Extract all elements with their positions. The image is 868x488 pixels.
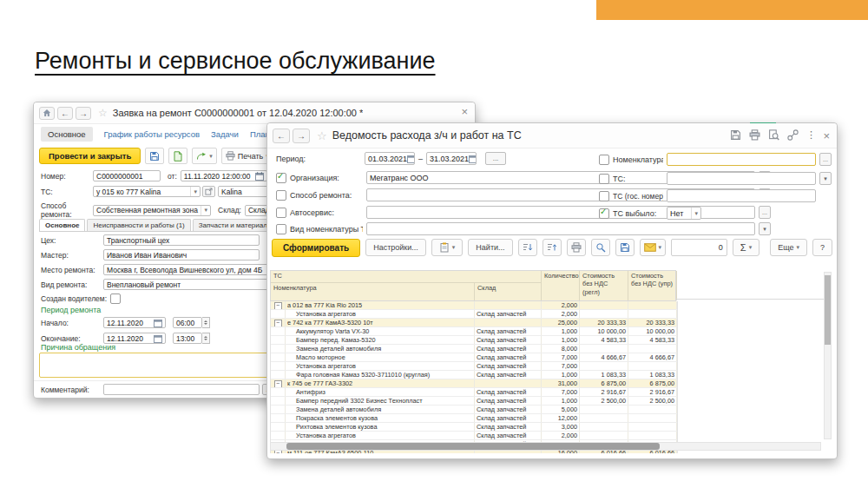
row-quantity-cell[interactable]: 2,000 [542,432,580,439]
row-expander-cell[interactable] [271,327,286,335]
settings-button[interactable]: Настройки... [365,239,426,256]
row-expander-cell[interactable] [271,371,286,379]
row-quantity-cell[interactable]: 1,000 [542,397,580,405]
header-ts[interactable]: ТС [271,271,542,283]
end-time-stepper[interactable] [202,333,210,344]
row-sklad-cell[interactable]: Склад запчастей [475,362,542,370]
row-sklad-cell[interactable]: Склад запчастей [475,336,542,344]
row-sklad-cell[interactable]: Склад запчастей [475,310,542,318]
number-field[interactable]: C0000000001 [93,170,161,181]
vehicle-retired-field[interactable]: Нет ▾ [667,207,701,220]
vehicle-number-field[interactable] [667,189,816,202]
vehicle-dropdown-button[interactable]: ▾ [819,172,832,185]
location-field[interactable]: Москва г, Всеволода Вишневского ул, дом … [103,264,273,275]
row-quantity-cell[interactable]: 1,000 [542,327,580,335]
save-report-button[interactable] [730,129,741,141]
table-row[interactable]: Замена деталей автомобиля Склад запчасте… [271,345,677,353]
table-row[interactable]: − к 745 ое 777 ГАЗ-3302 31,000 6 875,00 … [271,379,677,388]
print-table-button[interactable] [567,239,586,256]
row-cost-regl-cell[interactable] [580,345,628,353]
row-cost-upr-cell[interactable] [628,414,677,422]
preview-table-button[interactable] [591,239,610,256]
row-cost-upr-cell[interactable] [628,345,677,353]
row-expander-cell[interactable] [271,423,286,431]
row-quantity-cell[interactable]: 25,000 [542,319,580,326]
table-row[interactable]: Установка агрегатов Склад запчастей 7,00… [271,362,677,371]
row-sklad-cell[interactable]: Склад запчастей [475,327,542,335]
row-cost-upr-cell[interactable] [628,310,677,318]
row-cost-upr-cell[interactable] [628,406,677,413]
row-quantity-cell[interactable]: 5,000 [542,406,580,413]
period-to-field[interactable]: 31.03.2021 [426,152,477,165]
row-cost-regl-cell[interactable] [580,423,628,431]
sort-descending-button[interactable] [518,239,537,256]
forward-button[interactable]: → [76,107,91,120]
row-quantity-cell[interactable]: 31,000 [542,379,580,387]
header-cost-regl[interactable]: Стоимость без НДС (регл) [580,271,628,300]
row-expander-cell[interactable] [271,388,286,396]
row-cost-regl-cell[interactable] [580,310,628,318]
home-button[interactable] [39,107,55,120]
sort-ascending-button[interactable] [542,239,562,256]
nomenclature-type-field[interactable] [366,222,755,235]
table-row[interactable]: Фара головная Камаз 5320-3711010 (кругла… [271,371,677,379]
row-cost-upr-cell[interactable]: 6 875,00 [628,379,677,387]
start-time-stepper[interactable] [202,317,210,328]
row-name-cell[interactable]: Установка агрегатов [286,310,475,318]
generate-button[interactable]: Сформировать [272,239,360,257]
row-expander-cell[interactable]: − [271,319,286,326]
repair-type-field[interactable]: Внеплановый ремонт [103,279,273,290]
row-name-cell[interactable]: к 745 ое 777 ГАЗ-3302 [286,379,475,387]
organization-checkbox[interactable]: ✓ [276,173,286,183]
row-sklad-cell[interactable]: Склад запчастей [475,432,542,439]
row-cost-upr-cell[interactable] [628,432,677,439]
autoservice-checkbox[interactable]: ✓ [276,208,286,218]
table-row[interactable]: Установка агрегатов Склад запчастей 2,00… [271,432,677,440]
calendar-icon[interactable] [407,155,415,163]
row-name-cell[interactable]: Бампер передний 3302 Бизнес Технопласт [286,397,475,405]
favorite-star-icon[interactable]: ☆ [317,129,327,142]
favorite-star-icon[interactable]: ☆ [98,107,108,119]
row-cost-upr-cell[interactable]: 10 000,00 [628,327,677,335]
row-sklad-cell[interactable]: Склад запчастей [475,353,542,361]
tab-grafik-raboty-resursov[interactable]: График работы ресурсов [104,129,200,139]
row-cost-upr-cell[interactable]: 2 916,67 [628,388,677,396]
send-button[interactable]: ▾ [640,239,667,256]
selection-count-field[interactable]: 0 [671,239,727,256]
row-cost-regl-cell[interactable] [580,414,628,422]
row-cost-upr-cell[interactable]: 4 583,33 [628,336,677,344]
more-menu-button[interactable]: ⋮ [806,129,816,141]
table-row[interactable]: Рихтовка элементов кузова Склад запчасте… [271,423,677,432]
row-name-cell[interactable]: Покраска элементов кузова [286,414,475,422]
find-button[interactable]: Найти... [468,239,512,256]
vertical-scrollbar-thumb[interactable] [825,275,831,345]
row-cost-regl-cell[interactable]: 4 666,67 [580,353,628,361]
start-date-field[interactable]: 12.11.2020 [103,317,166,328]
chevron-down-icon[interactable]: ▾ [190,187,197,196]
start-time-field[interactable]: 06:00 [173,317,202,328]
row-name-cell[interactable]: Установка агрегатов [286,362,475,370]
help-button[interactable]: ? [812,239,832,256]
repair-method-field[interactable]: Собственная ремонтная зона ▾ [93,205,211,216]
nomenclature-more-button[interactable]: ... [819,153,832,166]
row-expander-cell[interactable] [271,432,286,439]
row-expander-cell[interactable] [271,397,286,405]
calendar-icon[interactable] [154,319,162,327]
table-row[interactable]: Бампер передний 3302 Бизнес Технопласт С… [271,397,677,406]
period-more-button[interactable]: ... [485,152,506,165]
horizontal-scrollbar[interactable] [270,442,821,451]
report-variant-button[interactable]: ▾ [431,239,464,256]
open-vehicle-button[interactable] [202,186,215,197]
request-close-button[interactable]: × [461,106,468,117]
sum-button[interactable]: Σ ▾ [733,239,760,256]
reason-textarea[interactable] [39,353,291,378]
header-sklad[interactable]: Склад [475,283,542,300]
header-cost-upr[interactable]: Стоимость без НДС (упр) [628,271,677,300]
row-quantity-cell[interactable]: 7,000 [542,362,580,370]
autoservice-more-button[interactable]: ... [759,206,771,219]
get-link-button[interactable] [787,129,799,141]
row-name-cell[interactable]: Бампер перед. Камаз-5320 [286,336,475,344]
chevron-down-icon[interactable]: ▾ [201,206,207,215]
row-cost-regl-cell[interactable] [580,432,628,439]
table-row[interactable]: Антифриз Склад запчастей 7,000 2 916,67 … [271,388,677,397]
